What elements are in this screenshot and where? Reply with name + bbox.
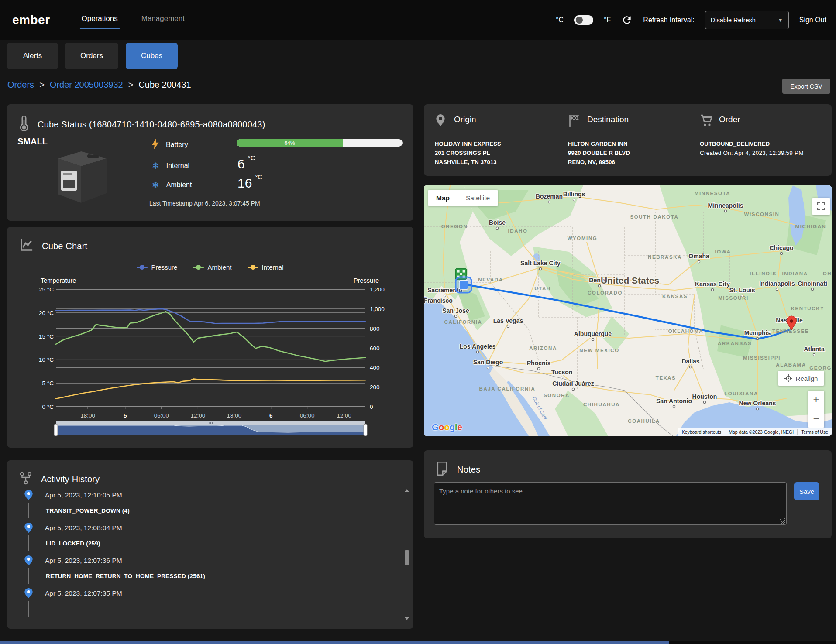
tab-cubes[interactable]: Cubes [126, 43, 178, 69]
sign-out-button[interactable]: Sign Out [799, 16, 826, 24]
svg-text:Ciudad Juárez: Ciudad Juárez [552, 380, 594, 387]
horizontal-scrollbar-track[interactable] [0, 641, 836, 644]
svg-text:Albuquerque: Albuquerque [574, 330, 612, 337]
svg-text:INDIANA: INDIANA [782, 271, 808, 276]
svg-text:IOWA: IOWA [715, 249, 731, 254]
svg-text:San Francisco: San Francisco [424, 297, 453, 304]
timeline-marker-icon [24, 523, 33, 533]
scroll-up-icon[interactable] [405, 489, 409, 492]
breadcrumb: Orders > Order 2005003932 > Cube 200431 [7, 80, 191, 90]
toggle-knob [576, 17, 583, 24]
map-type-satellite-button[interactable]: Satellite [458, 190, 498, 206]
svg-text:600: 600 [370, 345, 380, 352]
realign-button[interactable]: Realign [778, 371, 824, 386]
svg-text:5 °C: 5 °C [42, 380, 54, 387]
map-canvas[interactable]: OREGONIDAHOWYOMINGMINNESOTAWISCONSINMICH… [424, 185, 832, 436]
svg-text:MINNESOTA: MINNESOTA [695, 191, 731, 196]
ambient-row: ❄ Ambient [152, 181, 192, 189]
timeline-event: LID_LOCKED (259) [46, 540, 100, 547]
svg-text:NEVADA: NEVADA [478, 277, 503, 282]
tab-orders[interactable]: Orders [65, 43, 118, 69]
svg-text:Temperature: Temperature [41, 277, 76, 284]
breadcrumb-separator: > [39, 80, 45, 90]
ember-logo: ember [12, 13, 50, 27]
zoom-out-button[interactable]: − [808, 409, 824, 428]
save-note-button[interactable]: Save [794, 482, 819, 500]
svg-text:10 °C: 10 °C [39, 356, 54, 363]
scroll-down-icon[interactable] [405, 617, 409, 620]
zoom-in-button[interactable]: + [808, 391, 824, 409]
terms-of-use-link[interactable]: Terms of Use [797, 429, 832, 435]
svg-text:25 °C: 25 °C [39, 286, 54, 293]
svg-text:WISCONSIN: WISCONSIN [744, 212, 780, 217]
destination-title: Destination [587, 115, 629, 124]
refresh-icon[interactable] [621, 14, 633, 26]
svg-text:Cincinnati: Cincinnati [798, 280, 827, 287]
note-input[interactable] [434, 482, 787, 525]
svg-text:Chicago: Chicago [769, 244, 793, 251]
nav-management[interactable]: Management [141, 14, 185, 26]
svg-text:KENTUCKY: KENTUCKY [791, 306, 825, 311]
textarea-resize-handle[interactable] [780, 518, 785, 524]
cart-icon [700, 114, 713, 129]
unit-toggle[interactable] [574, 15, 593, 25]
svg-text:St. Louis: St. Louis [729, 287, 755, 294]
horizontal-scrollbar-thumb[interactable] [0, 641, 669, 644]
svg-text:COAHUILA: COAHUILA [628, 418, 660, 424]
svg-text:UTAH: UTAH [534, 286, 551, 291]
svg-text:20 °C: 20 °C [39, 310, 54, 316]
map-graphic: OREGONIDAHOWYOMINGMINNESOTAWISCONSINMICH… [424, 185, 832, 436]
scrollbar-thumb[interactable] [405, 550, 409, 565]
svg-text:TEXAS: TEXAS [656, 375, 676, 380]
tab-alerts[interactable]: Alerts [7, 43, 58, 69]
map-type-control: Map Satellite [428, 190, 498, 206]
svg-text:12:00: 12:00 [337, 412, 351, 419]
destination-column: Destination HILTON GARDEN INN9920 DOUBLE… [568, 104, 695, 176]
svg-text:18:00: 18:00 [80, 412, 95, 419]
export-csv-button[interactable]: Export CSV [782, 79, 830, 94]
breadcrumb-orders-link[interactable]: Orders [7, 80, 34, 90]
svg-text:ARIZONA: ARIZONA [529, 346, 557, 351]
cube-location-marker [456, 277, 471, 293]
map-type-map-button[interactable]: Map [428, 190, 458, 206]
breadcrumb-current-cube: Cube 200431 [138, 80, 191, 90]
breadcrumb-order-link[interactable]: Order 2005003932 [50, 80, 123, 90]
timeline-timestamp: Apr 5, 2023, 12:10:05 PM [45, 491, 122, 499]
svg-text:ARKANSAS: ARKANSAS [718, 341, 752, 346]
origin-address: HOLIDAY INN EXPRESS201 CROSSINGS PLNASHV… [435, 139, 501, 167]
google-logo: Google [432, 422, 462, 432]
top-bar: ember Operations Management °C °F Refres… [0, 0, 836, 40]
refresh-interval-select[interactable]: Disable Refresh ▼ [705, 11, 789, 29]
celsius-label: °C [556, 16, 564, 24]
battery-progressbar: 64% [237, 139, 403, 147]
timeline-marker-icon [24, 490, 33, 500]
order-details: OUTBOUND_DELIVERED Created On: Apr 4, 20… [700, 139, 804, 158]
order-title: Order [719, 115, 740, 124]
svg-text:Salt Lake City: Salt Lake City [520, 260, 561, 267]
nav-operations[interactable]: Operations [82, 14, 118, 26]
cube-chart[interactable]: 25 °C20 °C15 °C10 °C5 °C0 °C1,2001,00080… [7, 227, 413, 448]
keyboard-shortcuts-link[interactable]: Keyboard shortcuts [678, 429, 725, 435]
svg-text:800: 800 [370, 325, 380, 332]
realign-target-icon [784, 374, 792, 382]
svg-text:0 °C: 0 °C [42, 404, 54, 410]
svg-text:KANSAS: KANSAS [662, 294, 688, 299]
activity-timeline: Apr 5, 2023, 12:10:05 PM TRANSIT_POWER_D… [24, 490, 205, 621]
svg-text:WYOMING: WYOMING [568, 236, 598, 241]
svg-text:Billings: Billings [563, 191, 585, 198]
svg-text:CALIFORNIA: CALIFORNIA [444, 319, 482, 325]
battery-percent: 64% [285, 140, 295, 146]
map-attribution: Keyboard shortcuts Map data ©2023 Google… [678, 428, 832, 436]
fullscreen-button[interactable] [812, 198, 830, 215]
svg-text:OKLAHOMA: OKLAHOMA [668, 329, 704, 334]
svg-text:400: 400 [370, 364, 380, 371]
svg-text:1,000: 1,000 [370, 306, 385, 312]
activity-scrollbar[interactable] [404, 489, 410, 620]
fahrenheit-label: °F [604, 16, 611, 24]
refresh-interval-label: Refresh Interval: [643, 16, 694, 24]
origin-title: Origin [454, 115, 476, 124]
svg-text:Houston: Houston [692, 393, 717, 400]
internal-row: ❄ Internal [152, 161, 189, 170]
order-column: Order OUTBOUND_DELIVERED Created On: Apr… [700, 104, 826, 176]
destination-flag-icon [568, 114, 581, 129]
